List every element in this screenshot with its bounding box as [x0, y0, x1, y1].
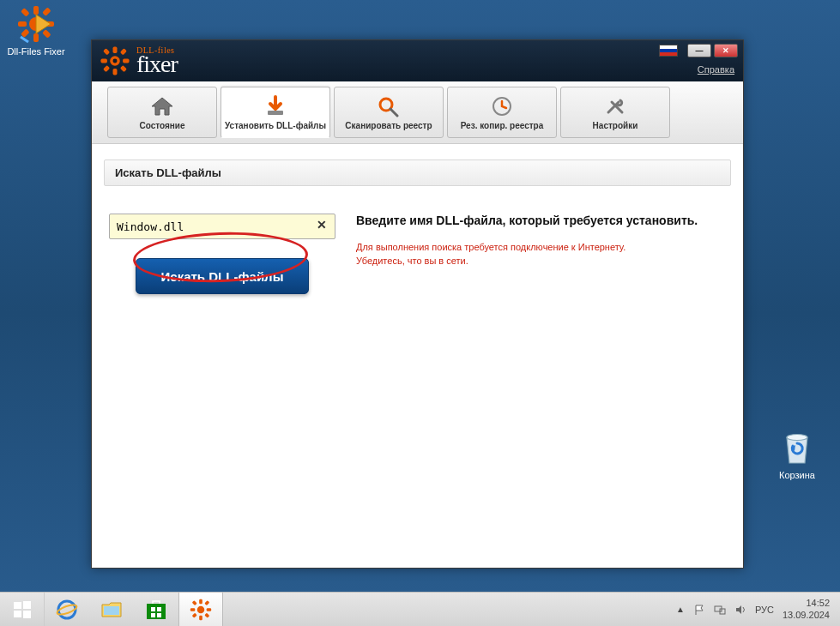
svg-rect-38: [199, 599, 202, 603]
svg-point-20: [113, 59, 118, 63]
tab-label: Состояние: [139, 121, 184, 130]
system-tray: ▲ РУС 14:52 13.09.2024: [676, 593, 840, 626]
svg-line-23: [390, 109, 397, 116]
devices-icon[interactable]: [714, 604, 726, 616]
svg-rect-26: [23, 601, 31, 609]
svg-rect-32: [147, 604, 166, 619]
gear-icon: [99, 45, 131, 77]
svg-rect-35: [151, 613, 155, 617]
flag-icon[interactable]: [659, 45, 678, 57]
svg-rect-42: [192, 600, 197, 605]
svg-rect-5: [21, 8, 30, 17]
svg-rect-3: [18, 21, 27, 27]
tab-bar: Состояние Установить DLL-файлы Сканирова…: [92, 81, 743, 144]
svg-rect-44: [204, 600, 209, 605]
svg-rect-19: [103, 65, 110, 72]
svg-rect-25: [14, 602, 21, 609]
svg-rect-33: [151, 607, 155, 611]
svg-rect-40: [190, 608, 195, 611]
taskbar: ▲ РУС 14:52 13.09.2024: [0, 592, 840, 626]
tab-backup-registry[interactable]: Рез. копир. реестра: [447, 87, 557, 138]
windows-icon: [13, 600, 32, 619]
home-icon: [149, 94, 175, 118]
tab-status[interactable]: Состояние: [107, 87, 217, 138]
taskbar-item-ie[interactable]: [45, 593, 89, 626]
tab-label: Установить DLL-файлы: [225, 121, 326, 130]
store-icon: [145, 599, 167, 621]
svg-rect-41: [207, 608, 211, 611]
language-indicator[interactable]: РУС: [755, 605, 774, 615]
dll-search-input[interactable]: [110, 214, 335, 238]
magnifier-icon: [376, 94, 402, 118]
minimize-button[interactable]: —: [687, 44, 711, 57]
error-message-line: Убедитесь, что вы в сети.: [356, 255, 726, 268]
search-dll-button[interactable]: Искать DLL-файлы: [136, 258, 309, 294]
instruction-title: Введите имя DLL-файла, который требуется…: [356, 214, 726, 227]
titlebar: DLL-files fixer — ✕ Справка: [92, 40, 743, 81]
clock-restore-icon: [489, 94, 515, 118]
tab-label: Рез. копир. реестра: [461, 121, 544, 130]
svg-rect-14: [100, 59, 106, 63]
svg-rect-2: [33, 33, 39, 42]
action-center-flag-icon[interactable]: [693, 604, 705, 616]
tab-settings[interactable]: Настройки: [560, 87, 670, 138]
svg-rect-6: [42, 29, 51, 39]
start-button[interactable]: [0, 593, 45, 626]
svg-rect-39: [199, 615, 202, 619]
tools-icon: [602, 94, 628, 118]
clock-date: 13.09.2024: [783, 610, 830, 621]
svg-rect-45: [192, 612, 197, 617]
close-button[interactable]: ✕: [714, 44, 738, 57]
tab-label: Настройки: [593, 121, 638, 130]
svg-rect-36: [157, 613, 161, 617]
ie-icon: [55, 598, 79, 622]
svg-point-9: [787, 435, 807, 441]
taskbar-item-dll-fixer[interactable]: [178, 593, 223, 626]
svg-rect-17: [120, 65, 127, 72]
gear-icon: [15, 3, 57, 45]
download-icon: [263, 94, 288, 118]
svg-rect-31: [104, 606, 119, 615]
svg-rect-16: [103, 48, 110, 55]
app-window: DLL-files fixer — ✕ Справка Состояние Ус…: [91, 39, 744, 569]
error-message-line: Для выполнения поиска требуется подключе…: [356, 241, 726, 255]
recycle-bin-icon: [777, 427, 818, 468]
clear-input-icon[interactable]: ✕: [314, 218, 329, 233]
help-link[interactable]: Справка: [698, 64, 734, 75]
desktop-icon-dll-fixer[interactable]: Dll-Files Fixer: [3, 3, 69, 57]
desktop-icon-label: Dll-Files Fixer: [3, 46, 69, 57]
content-area: Искать DLL-файлы ✕ Искать DLL-файлы Введ…: [92, 144, 743, 568]
desktop-icon-label: Корзина: [764, 470, 830, 480]
search-field-wrapper: ✕: [109, 214, 335, 239]
clock[interactable]: 14:52 13.09.2024: [783, 598, 830, 620]
svg-point-37: [197, 605, 205, 613]
svg-rect-12: [113, 46, 118, 52]
svg-rect-7: [42, 7, 51, 16]
svg-rect-13: [113, 69, 118, 75]
desktop-icon-recycle-bin[interactable]: Корзина: [764, 427, 830, 480]
tab-label: Сканировать реестр: [345, 121, 432, 130]
volume-icon[interactable]: [734, 604, 746, 616]
logo-big-text: fixer: [136, 54, 178, 75]
svg-rect-15: [123, 59, 129, 63]
taskbar-item-explorer[interactable]: [89, 593, 134, 626]
taskbar-item-store[interactable]: [134, 593, 178, 626]
tab-scan-registry[interactable]: Сканировать реестр: [334, 87, 444, 138]
svg-rect-34: [157, 607, 161, 611]
gear-icon: [189, 598, 213, 622]
svg-rect-27: [14, 611, 21, 617]
svg-rect-1: [33, 6, 39, 15]
svg-rect-18: [120, 48, 127, 55]
svg-rect-21: [268, 111, 283, 115]
tab-install-dll[interactable]: Установить DLL-файлы: [221, 87, 330, 138]
clock-time: 14:52: [783, 598, 830, 609]
svg-rect-28: [23, 611, 31, 618]
folder-icon: [100, 599, 124, 621]
app-logo: DLL-files fixer: [99, 45, 178, 77]
section-header: Искать DLL-файлы: [104, 160, 731, 186]
tray-overflow-icon[interactable]: ▲: [676, 605, 685, 614]
svg-rect-43: [204, 612, 209, 617]
